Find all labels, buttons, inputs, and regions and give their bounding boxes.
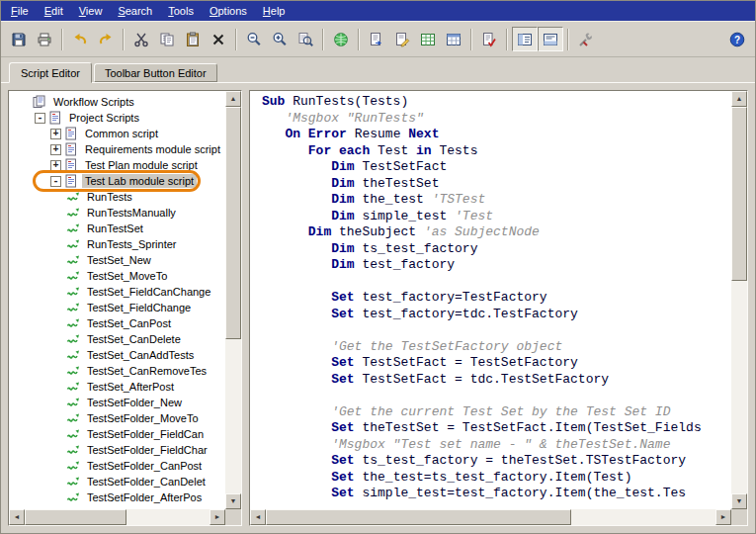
scroll-up-button[interactable]: ▲ <box>731 91 747 107</box>
script-icon <box>66 427 80 441</box>
page-pencil-icon <box>394 32 410 47</box>
menu-tools[interactable]: Tools <box>160 2 202 20</box>
tree-item-runtestset[interactable]: RunTestSet <box>11 221 225 236</box>
zoom-in-button[interactable] <box>267 27 293 51</box>
tree-item-testset-canpost[interactable]: TestSet_CanPost <box>11 315 225 331</box>
scroll-right-button[interactable]: ► <box>715 509 731 525</box>
menu-help[interactable]: Help <box>255 2 294 20</box>
scroll-left-button[interactable]: ◄ <box>9 509 25 525</box>
edit-script-button[interactable] <box>389 27 415 51</box>
tree-item-test-plan-module-script[interactable]: +Test Plan module script <box>11 157 225 173</box>
menu-view[interactable]: View <box>71 2 111 20</box>
help-button[interactable]: ? <box>724 27 750 51</box>
code-token <box>262 192 331 207</box>
horizontal-scrollbar[interactable]: ◄► <box>250 509 731 525</box>
tree-item-label: TestSetFolder_AfterPos <box>84 490 205 504</box>
tree-item-testset-afterpost[interactable]: TestSet_AfterPost <box>11 379 225 395</box>
menu-edit[interactable]: Edit <box>37 2 71 20</box>
code-token: Dim <box>331 241 354 256</box>
field-grid-button[interactable] <box>415 27 441 51</box>
tree-item-testsetfolder-new[interactable]: TestSetFolder_New <box>11 395 225 410</box>
tab-toolbar-button-editor[interactable]: Toolbar Button Editor <box>94 63 217 82</box>
tree-item-testsetfolder-fieldchar[interactable]: TestSetFolder_FieldChar <box>11 442 225 458</box>
code-token: theSubject <box>331 224 424 239</box>
tree-item-runtests-sprinter[interactable]: RunTests_Sprinter <box>11 236 225 252</box>
print-button[interactable] <box>32 27 57 51</box>
tree-item-testset-candelete[interactable]: TestSet_CanDelete <box>11 331 225 347</box>
tree-item-runtestsmanually[interactable]: RunTestsManually <box>11 205 225 221</box>
tree-item-workflow-scripts[interactable]: Workflow Scripts <box>11 94 225 110</box>
script-editor-window: FileEditViewSearchToolsOptionsHelp ? Scr… <box>0 0 756 534</box>
save-button[interactable] <box>6 27 32 51</box>
code-token: Set <box>331 453 354 468</box>
tree-item-testsetfolder-canpost[interactable]: TestSetFolder_CanPost <box>11 458 225 474</box>
scroll-right-button[interactable]: ► <box>210 509 225 525</box>
cut-button[interactable] <box>128 27 154 51</box>
scroll-thumb[interactable] <box>266 509 571 525</box>
copy-button[interactable] <box>154 27 180 51</box>
code-token: 'as SubjectNode <box>424 224 540 239</box>
code-token <box>262 453 331 468</box>
tree-item-testset-moveto[interactable]: TestSet_MoveTo <box>11 268 225 284</box>
tab-script-editor[interactable]: Script Editor <box>9 62 92 83</box>
script-icon <box>66 316 80 330</box>
scroll-thumb[interactable] <box>25 509 126 525</box>
entity-grid-button[interactable] <box>441 27 466 51</box>
paste-button[interactable] <box>180 27 206 51</box>
scroll-thumb[interactable] <box>731 107 747 281</box>
vertical-scrollbar[interactable]: ▲▼ <box>731 91 747 509</box>
tree-item-test-lab-module-script[interactable]: -Test Lab module script <box>11 173 225 189</box>
customize-tools-button[interactable] <box>573 27 599 51</box>
collapse-icon[interactable]: - <box>35 113 45 124</box>
toggle-scripts-tree-button[interactable] <box>512 27 538 51</box>
delete-button[interactable] <box>206 27 231 51</box>
tree-item-runtests[interactable]: RunTests <box>11 189 225 205</box>
syntax-check-button[interactable] <box>476 27 502 51</box>
sync-button[interactable] <box>328 27 354 51</box>
find-icon <box>297 32 313 47</box>
code-token: simple_test <box>355 209 455 223</box>
scroll-thumb[interactable] <box>225 107 241 339</box>
menu-search[interactable]: Search <box>110 2 160 20</box>
scroll-track[interactable] <box>25 509 210 525</box>
tree-item-testset-fieldchange[interactable]: TestSet_FieldChange <box>11 300 225 315</box>
code-token: 'TSTest <box>432 192 486 207</box>
tree-item-testset-fieldcanchange[interactable]: TestSet_FieldCanChange <box>11 284 225 300</box>
tree-item-testset-new[interactable]: TestSet_New <box>11 252 225 268</box>
tree-item-testsetfolder-moveto[interactable]: TestSetFolder_MoveTo <box>11 410 225 426</box>
script-icon <box>66 332 80 346</box>
tree-item-testsetfolder-candelet[interactable]: TestSetFolder_CanDelet <box>11 474 225 490</box>
expand-icon[interactable]: + <box>50 129 61 139</box>
zoom-out-button[interactable] <box>241 27 267 51</box>
tree-item-testset-canaddtests[interactable]: TestSet_CanAddTests <box>11 347 225 363</box>
find-button[interactable] <box>293 27 318 51</box>
redo-button[interactable] <box>93 27 119 51</box>
export-script-button[interactable] <box>364 27 389 51</box>
vertical-scrollbar[interactable]: ▲▼ <box>225 91 241 509</box>
menu-options[interactable]: Options <box>202 2 255 20</box>
expand-icon[interactable]: + <box>50 160 61 171</box>
scroll-track[interactable] <box>225 107 241 493</box>
scroll-down-button[interactable]: ▼ <box>225 493 241 509</box>
tree-item-requirements-module-script[interactable]: +Requirements module script <box>11 141 225 157</box>
code-editor[interactable]: Sub RunTests(Tests) 'Msgbox "RunTests" O… <box>250 91 731 502</box>
undo-button[interactable] <box>67 27 93 51</box>
tree-item-common-script[interactable]: +Common script <box>11 126 225 141</box>
tree-item-testsetfolder-afterpos[interactable]: TestSetFolder_AfterPos <box>11 490 225 505</box>
scroll-up-button[interactable]: ▲ <box>225 91 241 107</box>
horizontal-scrollbar[interactable]: ◄► <box>9 509 225 525</box>
scroll-track[interactable] <box>266 509 715 525</box>
tree-item-testset-canremovetes[interactable]: TestSet_CanRemoveTes <box>11 363 225 379</box>
scroll-left-button[interactable]: ◄ <box>250 509 266 525</box>
grid-green-icon <box>420 32 436 47</box>
collapse-icon[interactable]: - <box>50 176 61 187</box>
scroll-down-button[interactable]: ▼ <box>731 493 747 509</box>
toggle-messages-pane-button[interactable] <box>538 27 563 51</box>
code-token <box>262 290 331 305</box>
tree-item-testsetfolder-fieldcan[interactable]: TestSetFolder_FieldCan <box>11 426 225 442</box>
scroll-track[interactable] <box>731 107 747 493</box>
expand-icon[interactable]: + <box>50 144 61 155</box>
menu-file[interactable]: File <box>3 2 37 20</box>
scrollbar-corner <box>225 509 241 525</box>
tree-item-project-scripts[interactable]: -Project Scripts <box>11 110 225 126</box>
